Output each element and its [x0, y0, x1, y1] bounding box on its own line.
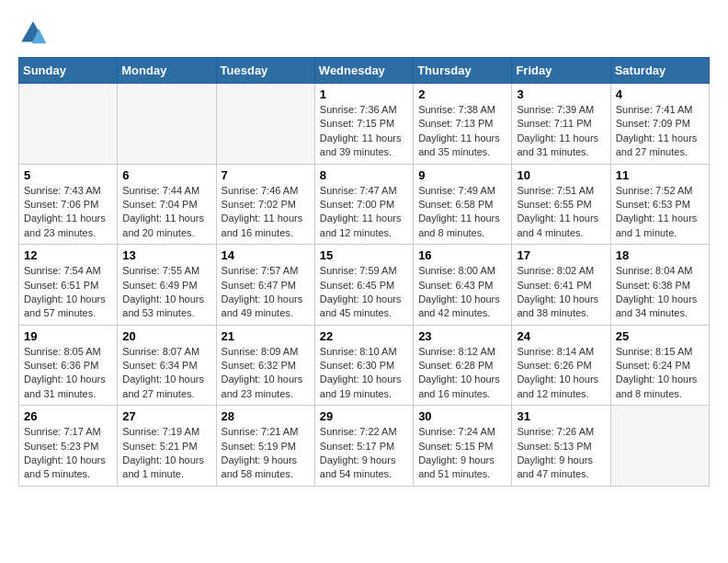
day-number: 26 [24, 409, 112, 423]
calendar-week-1: 1Sunrise: 7:36 AM Sunset: 7:15 PM Daylig… [19, 84, 710, 165]
page-header [18, 18, 710, 48]
calendar-day [610, 406, 709, 487]
day-number: 18 [616, 248, 704, 262]
calendar-day: 26Sunrise: 7:17 AM Sunset: 5:23 PM Dayli… [19, 406, 118, 487]
calendar-day: 15Sunrise: 7:59 AM Sunset: 6:45 PM Dayli… [314, 245, 413, 326]
calendar-day: 31Sunrise: 7:26 AM Sunset: 5:13 PM Dayli… [512, 406, 610, 487]
calendar-day: 20Sunrise: 8:07 AM Sunset: 6:34 PM Dayli… [118, 325, 216, 406]
calendar-day: 2Sunrise: 7:38 AM Sunset: 7:13 PM Daylig… [414, 84, 512, 165]
day-info: Sunrise: 7:22 AM Sunset: 5:17 PM Dayligh… [320, 425, 408, 482]
day-number: 13 [122, 248, 210, 262]
calendar-day: 9Sunrise: 7:49 AM Sunset: 6:58 PM Daylig… [414, 164, 512, 245]
calendar-day: 10Sunrise: 7:51 AM Sunset: 6:55 PM Dayli… [512, 164, 610, 245]
weekday-tuesday: Tuesday [216, 58, 314, 84]
calendar-day: 6Sunrise: 7:44 AM Sunset: 7:04 PM Daylig… [118, 164, 216, 245]
calendar-header: SundayMondayTuesdayWednesdayThursdayFrid… [19, 58, 710, 84]
day-number: 4 [616, 87, 704, 101]
calendar-week-2: 5Sunrise: 7:43 AM Sunset: 7:06 PM Daylig… [19, 164, 710, 245]
calendar-day: 23Sunrise: 8:12 AM Sunset: 6:28 PM Dayli… [414, 325, 512, 406]
day-info: Sunrise: 8:04 AM Sunset: 6:38 PM Dayligh… [616, 264, 704, 321]
calendar-day: 24Sunrise: 8:14 AM Sunset: 6:26 PM Dayli… [512, 325, 610, 406]
calendar-day: 18Sunrise: 8:04 AM Sunset: 6:38 PM Dayli… [610, 245, 709, 326]
day-info: Sunrise: 7:24 AM Sunset: 5:15 PM Dayligh… [418, 425, 506, 482]
weekday-sunday: Sunday [19, 58, 118, 84]
day-number: 10 [517, 168, 605, 182]
calendar-day: 3Sunrise: 7:39 AM Sunset: 7:11 PM Daylig… [512, 84, 610, 165]
day-number: 11 [616, 168, 704, 182]
day-info: Sunrise: 8:00 AM Sunset: 6:43 PM Dayligh… [418, 264, 506, 321]
day-info: Sunrise: 7:17 AM Sunset: 5:23 PM Dayligh… [24, 425, 112, 482]
day-info: Sunrise: 8:10 AM Sunset: 6:30 PM Dayligh… [320, 345, 408, 402]
day-number: 7 [222, 168, 310, 182]
day-info: Sunrise: 7:38 AM Sunset: 7:13 PM Dayligh… [418, 103, 506, 160]
calendar-day: 14Sunrise: 7:57 AM Sunset: 6:47 PM Dayli… [216, 245, 314, 326]
day-info: Sunrise: 8:02 AM Sunset: 6:41 PM Dayligh… [517, 264, 605, 321]
calendar-day: 16Sunrise: 8:00 AM Sunset: 6:43 PM Dayli… [414, 245, 512, 326]
day-number: 27 [122, 409, 210, 423]
day-info: Sunrise: 7:19 AM Sunset: 5:21 PM Dayligh… [122, 425, 210, 482]
day-number: 16 [418, 248, 506, 262]
calendar-day: 17Sunrise: 8:02 AM Sunset: 6:41 PM Dayli… [512, 245, 610, 326]
weekday-friday: Friday [512, 58, 610, 84]
logo [18, 18, 51, 48]
calendar-day: 7Sunrise: 7:46 AM Sunset: 7:02 PM Daylig… [216, 164, 314, 245]
day-info: Sunrise: 7:41 AM Sunset: 7:09 PM Dayligh… [616, 103, 704, 160]
calendar-day: 29Sunrise: 7:22 AM Sunset: 5:17 PM Dayli… [314, 406, 413, 487]
day-number: 15 [320, 248, 408, 262]
day-info: Sunrise: 7:39 AM Sunset: 7:11 PM Dayligh… [517, 103, 605, 160]
weekday-header-row: SundayMondayTuesdayWednesdayThursdayFrid… [19, 58, 710, 84]
calendar-day [216, 84, 314, 165]
day-info: Sunrise: 7:49 AM Sunset: 6:58 PM Dayligh… [418, 184, 506, 241]
day-info: Sunrise: 7:46 AM Sunset: 7:02 PM Dayligh… [222, 184, 310, 241]
calendar-day: 11Sunrise: 7:52 AM Sunset: 6:53 PM Dayli… [610, 164, 709, 245]
calendar-day: 5Sunrise: 7:43 AM Sunset: 7:06 PM Daylig… [19, 164, 118, 245]
day-info: Sunrise: 7:43 AM Sunset: 7:06 PM Dayligh… [24, 184, 112, 241]
weekday-thursday: Thursday [414, 58, 512, 84]
calendar-day: 8Sunrise: 7:47 AM Sunset: 7:00 PM Daylig… [314, 164, 413, 245]
day-number: 1 [320, 87, 408, 101]
calendar-day: 21Sunrise: 8:09 AM Sunset: 6:32 PM Dayli… [216, 325, 314, 406]
day-number: 12 [24, 248, 112, 262]
day-info: Sunrise: 8:05 AM Sunset: 6:36 PM Dayligh… [24, 345, 112, 402]
day-number: 20 [122, 329, 210, 343]
day-number: 22 [320, 329, 408, 343]
day-info: Sunrise: 7:44 AM Sunset: 7:04 PM Dayligh… [122, 184, 210, 241]
day-info: Sunrise: 7:57 AM Sunset: 6:47 PM Dayligh… [222, 264, 310, 321]
day-number: 17 [517, 248, 605, 262]
day-number: 24 [517, 329, 605, 343]
day-number: 21 [222, 329, 310, 343]
calendar-day [19, 84, 118, 165]
calendar-body: 1Sunrise: 7:36 AM Sunset: 7:15 PM Daylig… [19, 84, 710, 487]
day-number: 28 [222, 409, 310, 423]
day-info: Sunrise: 7:59 AM Sunset: 6:45 PM Dayligh… [320, 264, 408, 321]
day-number: 29 [320, 409, 408, 423]
day-number: 19 [24, 329, 112, 343]
day-number: 3 [517, 87, 605, 101]
day-info: Sunrise: 8:09 AM Sunset: 6:32 PM Dayligh… [222, 345, 310, 402]
calendar-day: 27Sunrise: 7:19 AM Sunset: 5:21 PM Dayli… [118, 406, 216, 487]
weekday-wednesday: Wednesday [314, 58, 413, 84]
day-number: 31 [517, 409, 605, 423]
calendar-day: 12Sunrise: 7:54 AM Sunset: 6:51 PM Dayli… [19, 245, 118, 326]
day-info: Sunrise: 7:47 AM Sunset: 7:00 PM Dayligh… [320, 184, 408, 241]
day-number: 9 [418, 168, 506, 182]
weekday-saturday: Saturday [610, 58, 709, 84]
day-number: 23 [418, 329, 506, 343]
day-info: Sunrise: 7:51 AM Sunset: 6:55 PM Dayligh… [517, 184, 605, 241]
day-number: 6 [122, 168, 210, 182]
calendar-week-4: 19Sunrise: 8:05 AM Sunset: 6:36 PM Dayli… [19, 325, 710, 406]
day-info: Sunrise: 8:07 AM Sunset: 6:34 PM Dayligh… [122, 345, 210, 402]
day-number: 14 [222, 248, 310, 262]
day-info: Sunrise: 7:21 AM Sunset: 5:19 PM Dayligh… [222, 425, 310, 482]
logo-icon [18, 18, 48, 48]
calendar-day: 13Sunrise: 7:55 AM Sunset: 6:49 PM Dayli… [118, 245, 216, 326]
calendar-day: 30Sunrise: 7:24 AM Sunset: 5:15 PM Dayli… [414, 406, 512, 487]
day-number: 8 [320, 168, 408, 182]
calendar-table: SundayMondayTuesdayWednesdayThursdayFrid… [18, 57, 710, 487]
day-info: Sunrise: 7:54 AM Sunset: 6:51 PM Dayligh… [24, 264, 112, 321]
calendar-day: 1Sunrise: 7:36 AM Sunset: 7:15 PM Daylig… [314, 84, 413, 165]
day-info: Sunrise: 8:14 AM Sunset: 6:26 PM Dayligh… [517, 345, 605, 402]
calendar-week-5: 26Sunrise: 7:17 AM Sunset: 5:23 PM Dayli… [19, 406, 710, 487]
calendar-day: 19Sunrise: 8:05 AM Sunset: 6:36 PM Dayli… [19, 325, 118, 406]
day-info: Sunrise: 7:55 AM Sunset: 6:49 PM Dayligh… [122, 264, 210, 321]
